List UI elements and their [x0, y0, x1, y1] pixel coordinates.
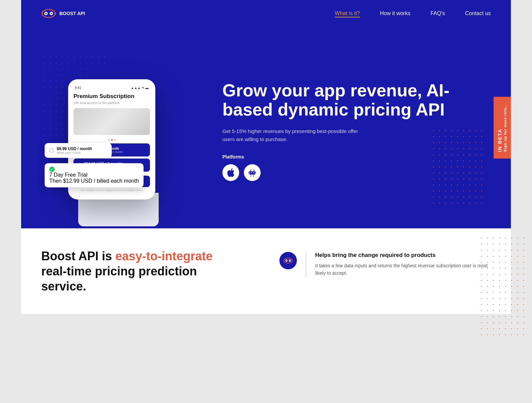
- floating-trial-details: 7 Day Free Trial Then $12.99 USD / bille…: [49, 172, 139, 184]
- phone-pagination: [73, 139, 150, 141]
- pag-dot-1: [108, 139, 110, 141]
- svg-point-14: [284, 258, 292, 263]
- svg-rect-7: [250, 171, 255, 175]
- phone-time: 9:41: [75, 86, 81, 90]
- feature-description: It takes a few data inputs and returns t…: [315, 262, 491, 277]
- feature-title: Helps bring the change required to produ…: [315, 252, 491, 259]
- svg-point-18: [289, 260, 290, 261]
- trial-check-icon: ✓: [49, 167, 55, 172]
- lower-title-highlight: easy-to-integrate: [115, 249, 213, 263]
- floating-price-amount: $9.99 USD / month: [57, 146, 92, 151]
- svg-point-12: [251, 172, 252, 173]
- nav-link-contact[interactable]: Contact us: [465, 10, 491, 16]
- floating-price-row: $9.99 USD / month Billed each month: [49, 146, 107, 154]
- phone-bottom-note: T&C contains rules for using your servic…: [73, 189, 150, 191]
- svg-point-3: [45, 13, 47, 14]
- pag-dot-2-active: [111, 139, 113, 141]
- boost-api-logo-small: [283, 257, 293, 264]
- svg-point-13: [253, 172, 254, 173]
- lower-section: Boost API is easy-to-integrate real-time…: [21, 228, 511, 314]
- phone-subtitle: Life time access to the platform: [73, 101, 150, 105]
- navbar: BOOST API What is it? How it works FAQ's…: [21, 0, 511, 27]
- feature-text: Helps bring the change required to produ…: [315, 252, 491, 277]
- hero-description: Get 5-15% higher revenues by presenting …: [222, 127, 363, 143]
- phone-status-bar: 9:41 ▲▲▲ ✦ ▬: [73, 86, 150, 90]
- nav-link-faqs[interactable]: FAQ's: [430, 10, 445, 16]
- nav-item-faqs[interactable]: FAQ's: [430, 10, 445, 16]
- svg-point-17: [286, 260, 287, 261]
- dot-pattern-right: [430, 128, 484, 208]
- lower-right-content: Helps bring the change required to produ…: [279, 249, 491, 277]
- floating-price-details: $9.99 USD / month Billed each month: [57, 146, 92, 154]
- phone-title: Premium Subscription: [73, 93, 150, 100]
- phone-signal: ▲▲▲ ✦ ▬: [131, 86, 149, 90]
- floating-trial-sub: Then $12.99 USD / billed each month: [49, 178, 139, 184]
- pag-dot-3: [114, 139, 116, 141]
- nav-link-how-it-works[interactable]: How it works: [380, 10, 411, 16]
- logo-text: BOOST API: [59, 11, 85, 16]
- logo-icon: [41, 9, 56, 18]
- android-platform-button[interactable]: [244, 164, 261, 181]
- feature-divider: [306, 252, 307, 277]
- floating-trial-card: ✓ 7 Day Free Trial Then $12.99 USD / bil…: [45, 163, 144, 187]
- svg-rect-9: [255, 172, 256, 174]
- floating-trial-row: ✓ 7 Day Free Trial Then $12.99 USD / bil…: [49, 167, 139, 184]
- nav-links: What is it? How it works FAQ's Contact u…: [335, 10, 491, 16]
- svg-rect-8: [249, 172, 249, 174]
- svg-rect-11: [253, 175, 254, 177]
- android-icon: [249, 169, 256, 177]
- nav-link-what-is-it[interactable]: What is it?: [335, 10, 360, 17]
- lower-title: Boost API is easy-to-integrate real-time…: [41, 249, 253, 294]
- phone-image: [73, 108, 150, 135]
- svg-point-0: [42, 9, 55, 17]
- floating-price-billing: Billed each month: [57, 151, 92, 154]
- logo: BOOST API: [41, 9, 85, 18]
- apple-icon: [227, 168, 234, 177]
- nav-item-how-it-works[interactable]: How it works: [380, 10, 411, 16]
- hero-title: Grow your app revenue, AI-based dynamic …: [222, 81, 491, 119]
- lower-left-content: Boost API is easy-to-integrate real-time…: [41, 249, 253, 294]
- svg-rect-10: [251, 175, 251, 177]
- hero-section: $9.99 USD / month Billed each month ✓ 7 …: [21, 27, 511, 228]
- feature-icon: [279, 252, 297, 269]
- beta-badge[interactable]: IN BETA Sign up for more info...: [493, 97, 511, 159]
- floating-price-radio: [49, 148, 54, 153]
- lower-title-part1: Boost API is: [41, 249, 115, 263]
- nav-item-what-is-it[interactable]: What is it?: [335, 10, 360, 16]
- beta-badge-text: IN BETA Sign up for more info...: [498, 103, 507, 152]
- feature-card: Helps bring the change required to produ…: [279, 252, 491, 277]
- floating-trial-title: 7 Day Free Trial: [49, 172, 139, 178]
- svg-point-4: [51, 13, 52, 14]
- nav-item-contact[interactable]: Contact us: [465, 10, 491, 16]
- phone-container: $9.99 USD / month Billed each month ✓ 7 …: [41, 69, 196, 199]
- apple-platform-button[interactable]: [222, 164, 239, 181]
- floating-price-card: $9.99 USD / month Billed each month: [45, 143, 112, 158]
